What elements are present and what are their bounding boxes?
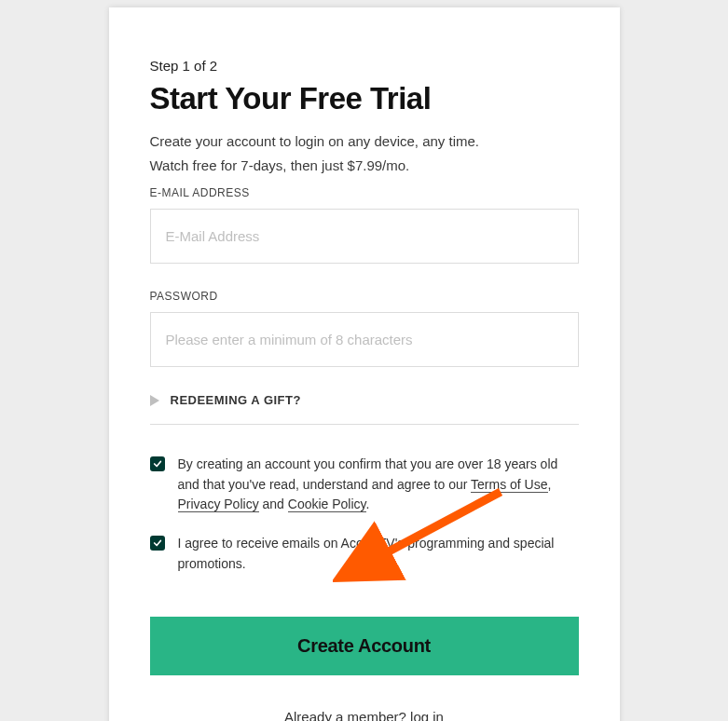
svg-marker-0 (150, 395, 159, 406)
email-field[interactable] (150, 209, 579, 264)
check-icon (153, 459, 162, 469)
terms-text: By creating an account you confirm that … (178, 455, 579, 515)
step-indicator: Step 1 of 2 (150, 58, 579, 74)
password-field[interactable] (150, 312, 579, 367)
page-title: Start Your Free Trial (150, 81, 579, 116)
redeem-gift-toggle[interactable]: REDEEMING A GIFT? (150, 388, 579, 425)
desc-line-1: Create your account to login on any devi… (150, 133, 480, 149)
cookie-policy-link[interactable]: Cookie Policy (288, 497, 366, 512)
email-label: E-MAIL ADDRESS (150, 186, 579, 199)
desc-line-2: Watch free for 7-days, then just $7.99/m… (150, 157, 410, 173)
marketing-checkbox[interactable] (150, 536, 165, 551)
terms-checkbox[interactable] (150, 456, 165, 471)
description: Create your account to login on any devi… (150, 129, 579, 177)
redeem-label: REDEEMING A GIFT? (171, 393, 301, 407)
login-link[interactable]: log in (410, 709, 444, 721)
password-label: PASSWORD (150, 290, 579, 303)
marketing-row: I agree to receive emails on Acorn TV's … (150, 534, 579, 574)
marketing-text: I agree to receive emails on Acorn TV's … (178, 534, 579, 574)
chevron-right-icon (150, 395, 159, 406)
privacy-policy-link[interactable]: Privacy Policy (178, 497, 259, 512)
create-account-button[interactable]: Create Account (150, 617, 579, 675)
signup-card: Step 1 of 2 Start Your Free Trial Create… (109, 7, 620, 721)
check-icon (153, 538, 162, 548)
terms-of-use-link[interactable]: Terms of Use (471, 477, 547, 493)
login-prompt: Already a member? (284, 709, 410, 721)
login-row: Already a member? log in (150, 709, 579, 721)
terms-row: By creating an account you confirm that … (150, 455, 579, 515)
